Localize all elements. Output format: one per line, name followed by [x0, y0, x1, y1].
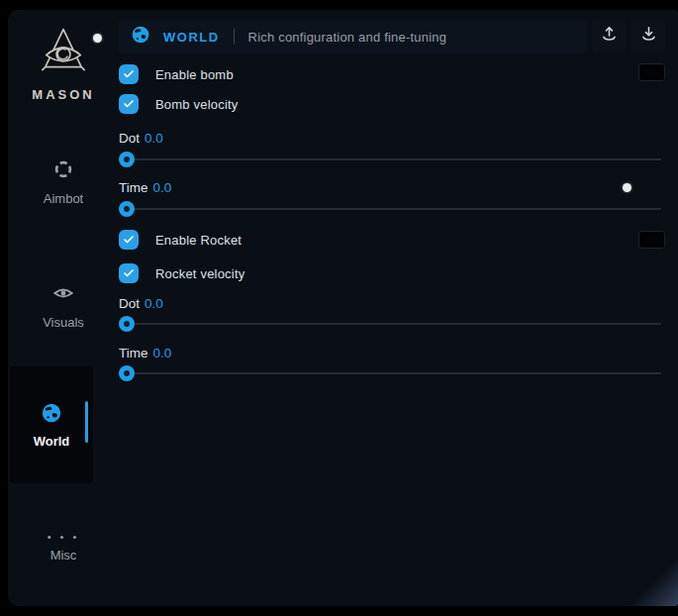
- slider-label-text: Dot: [119, 296, 140, 311]
- upload-icon: [600, 25, 619, 48]
- checkbox-label: Rocket velocity: [155, 266, 244, 281]
- page-title: WORLD: [163, 30, 220, 45]
- sidebar-item-label: Misc: [8, 548, 119, 563]
- slider-value: 0.0: [145, 131, 163, 146]
- check-icon: [123, 98, 135, 110]
- mason-eye-logo-icon: [38, 65, 89, 82]
- bomb-dot-slider[interactable]: [119, 152, 661, 167]
- download-config-button[interactable]: [631, 20, 665, 52]
- content-panel: WORLD Rich configuration and fine-tuning: [119, 10, 678, 606]
- page-subtitle: Rich configuration and fine-tuning: [248, 30, 446, 45]
- bomb-time-slider[interactable]: [119, 201, 661, 217]
- sidebar-item-misc[interactable]: • • • Misc: [8, 533, 119, 563]
- sidebar-item-label: World: [10, 434, 93, 449]
- bomb-time-slider-label: Time0.0: [119, 180, 171, 195]
- selected-indicator-bar: [85, 401, 88, 443]
- bomb-velocity-row: Bomb velocity: [119, 94, 239, 114]
- check-icon: [123, 267, 135, 279]
- slider-value: 0.0: [153, 180, 172, 195]
- slider-track[interactable]: [119, 372, 661, 374]
- header-divider: [234, 29, 235, 45]
- crosshair-icon: [52, 166, 74, 183]
- enable-rocket-row: Enable Rocket: [119, 230, 242, 250]
- checkbox-label: Enable bomb: [155, 67, 234, 82]
- slider-track[interactable]: [119, 158, 661, 160]
- mason-window: MASON Aimbot Visuals: [8, 10, 678, 606]
- download-icon: [639, 25, 658, 48]
- checkbox-label: Enable Rocket: [155, 233, 242, 248]
- enable-bomb-row: Enable bomb: [119, 64, 234, 84]
- sidebar-item-world[interactable]: World: [10, 366, 93, 483]
- rocket-velocity-row: Rocket velocity: [119, 263, 244, 283]
- slider-label-text: Dot: [119, 131, 140, 146]
- ellipsis-icon: • • •: [8, 533, 119, 541]
- cursor-dot: [93, 34, 102, 43]
- sidebar: MASON Aimbot Visuals: [8, 10, 119, 606]
- checkbox-label: Bomb velocity: [155, 97, 239, 112]
- slider-handle[interactable]: [119, 316, 135, 332]
- sidebar-item-visuals[interactable]: Visuals: [8, 282, 119, 330]
- slider-handle[interactable]: [119, 201, 135, 217]
- rocket-time-slider-label: Time0.0: [119, 346, 171, 360]
- bomb-velocity-checkbox[interactable]: [119, 94, 139, 114]
- logo-text: MASON: [8, 87, 119, 102]
- sidebar-item-label: Aimbot: [8, 191, 119, 206]
- check-icon: [123, 234, 135, 246]
- rocket-velocity-checkbox[interactable]: [119, 263, 139, 283]
- rocket-time-slider[interactable]: [119, 365, 661, 381]
- upload-config-button[interactable]: [592, 20, 626, 52]
- rocket-dot-slider-label: Dot0.0: [119, 296, 163, 311]
- slider-label-text: Time: [119, 180, 148, 195]
- cursor-dot: [623, 183, 631, 192]
- enable-bomb-checkbox[interactable]: [119, 64, 139, 84]
- sidebar-item-aimbot[interactable]: Aimbot: [8, 158, 119, 206]
- app-logo: MASON: [8, 26, 119, 102]
- slider-value: 0.0: [153, 346, 172, 360]
- bomb-color-swatch[interactable]: [638, 63, 665, 81]
- slider-label-text: Time: [119, 346, 148, 360]
- slider-handle[interactable]: [119, 152, 135, 167]
- globe-icon: [131, 25, 150, 49]
- bomb-dot-slider-label: Dot0.0: [119, 131, 163, 146]
- sidebar-item-label: Visuals: [8, 315, 119, 330]
- check-icon: [123, 68, 135, 80]
- globe-icon: [41, 410, 62, 427]
- enable-rocket-checkbox[interactable]: [119, 230, 139, 250]
- page-header: WORLD Rich configuration and fine-tuning: [119, 20, 587, 53]
- rocket-dot-slider[interactable]: [119, 316, 661, 332]
- rocket-color-swatch[interactable]: [638, 231, 665, 249]
- slider-handle[interactable]: [119, 365, 135, 381]
- slider-track[interactable]: [119, 323, 661, 325]
- eye-icon: [52, 290, 74, 307]
- slider-value: 0.0: [145, 296, 163, 311]
- slider-track[interactable]: [119, 208, 661, 210]
